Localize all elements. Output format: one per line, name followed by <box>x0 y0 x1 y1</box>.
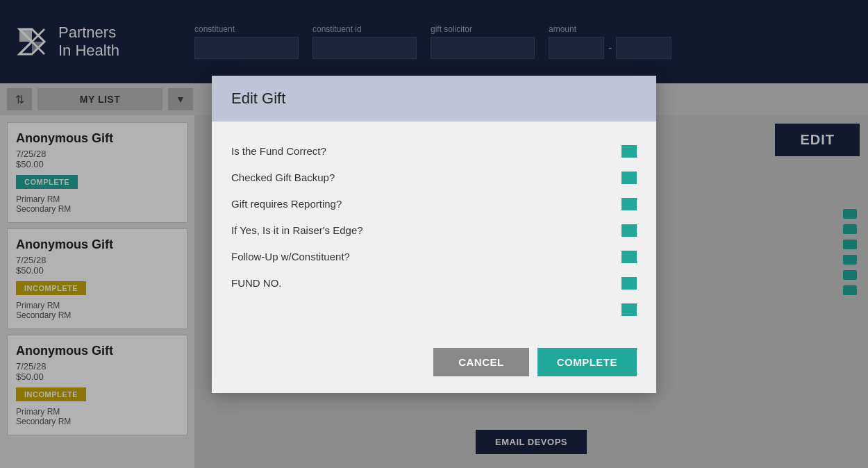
cancel-button[interactable]: CANCEL <box>433 348 529 376</box>
checklist-checkbox-1[interactable] <box>621 172 637 184</box>
checklist-checkbox-0[interactable] <box>621 145 637 158</box>
modal-overlay: Edit Gift Is the Fund Correct? Checked G… <box>0 0 868 468</box>
modal-body: Is the Fund Correct? Checked Gift Backup… <box>212 138 656 337</box>
checklist-checkbox-3[interactable] <box>621 224 637 237</box>
checklist-label-2: Gift requires Reporting? <box>231 198 342 210</box>
checklist-item-extra <box>231 296 637 323</box>
checklist-item-1: Checked Gift Backup? <box>231 165 637 191</box>
checklist-checkbox-5[interactable] <box>621 277 637 290</box>
checklist-label-1: Checked Gift Backup? <box>231 172 335 183</box>
modal-header: Edit Gift <box>212 76 656 122</box>
edit-gift-modal: Edit Gift Is the Fund Correct? Checked G… <box>212 76 656 393</box>
checklist-checkbox-4[interactable] <box>621 251 637 263</box>
modal-title: Edit Gift <box>231 90 637 108</box>
checklist-item-0: Is the Fund Correct? <box>231 138 637 165</box>
checklist-label-3: If Yes, Is it in Raiser's Edge? <box>231 224 363 236</box>
checklist-checkbox-extra[interactable] <box>621 303 637 316</box>
checklist-label-0: Is the Fund Correct? <box>231 145 326 157</box>
checklist-checkbox-2[interactable] <box>621 198 637 210</box>
checklist-label-4: Follow-Up w/Constituent? <box>231 251 350 262</box>
checklist-label-5: FUND NO. <box>231 277 282 289</box>
checklist-item-5: FUND NO. <box>231 270 637 296</box>
checklist-item-4: Follow-Up w/Constituent? <box>231 244 637 270</box>
modal-footer: CANCEL COMPLETE <box>212 337 656 393</box>
checklist-item-2: Gift requires Reporting? <box>231 191 637 217</box>
complete-button[interactable]: COMPLETE <box>537 348 637 376</box>
checklist-item-3: If Yes, Is it in Raiser's Edge? <box>231 217 637 244</box>
